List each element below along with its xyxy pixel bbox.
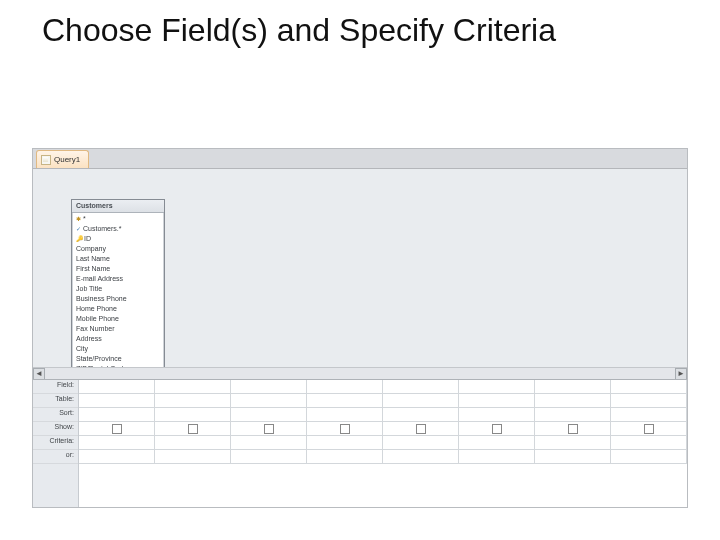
field-list-item[interactable]: City xyxy=(76,344,160,354)
field-list-item[interactable]: State/Province xyxy=(76,354,160,364)
field-list-item[interactable]: Company xyxy=(76,244,160,254)
field-list-item[interactable]: E-mail Address xyxy=(76,274,160,284)
field-list-item[interactable]: Business Phone xyxy=(76,294,160,304)
qbe-row-labels: Field:Table:Sort:Show:Criteria:or: xyxy=(33,380,79,507)
field-list-item[interactable]: ID xyxy=(76,234,160,244)
field-list-item[interactable]: Fax Number xyxy=(76,324,160,334)
field-list-item[interactable]: Job Title xyxy=(76,284,160,294)
qbe-cell[interactable] xyxy=(307,408,383,422)
qbe-cell[interactable] xyxy=(611,436,687,450)
qbe-cell[interactable] xyxy=(307,380,383,394)
field-list-item[interactable]: Customers.* xyxy=(76,224,160,234)
field-list-item[interactable]: Last Name xyxy=(76,254,160,264)
qbe-cell[interactable] xyxy=(383,422,459,436)
qbe-columns[interactable] xyxy=(79,380,687,507)
qbe-cell[interactable] xyxy=(535,408,611,422)
qbe-row-label: Sort: xyxy=(33,408,78,422)
qbe-cell[interactable] xyxy=(231,380,307,394)
qbe-cell[interactable] xyxy=(383,380,459,394)
qbe-cell[interactable] xyxy=(79,422,155,436)
horizontal-scroll-area: ◄ ► xyxy=(33,367,687,379)
qbe-cell[interactable] xyxy=(459,408,535,422)
query-icon xyxy=(41,155,51,165)
qbe-cell[interactable] xyxy=(611,408,687,422)
field-list-title: Customers xyxy=(72,200,164,213)
qbe-cell[interactable] xyxy=(79,408,155,422)
qbe-cell[interactable] xyxy=(459,436,535,450)
qbe-cell[interactable] xyxy=(79,450,155,464)
field-list-items: *Customers.*IDCompanyLast NameFirst Name… xyxy=(72,213,164,379)
query-tab[interactable]: Query1 xyxy=(36,150,89,168)
qbe-cell[interactable] xyxy=(155,408,231,422)
qbe-cell[interactable] xyxy=(611,380,687,394)
qbe-cell[interactable] xyxy=(307,436,383,450)
qbe-cell[interactable] xyxy=(535,394,611,408)
design-surface[interactable]: Customers *Customers.*IDCompanyLast Name… xyxy=(33,169,687,379)
qbe-cell[interactable] xyxy=(231,422,307,436)
qbe-cell[interactable] xyxy=(231,408,307,422)
qbe-cell[interactable] xyxy=(459,422,535,436)
access-query-designer: Query1 Customers *Customers.*IDCompanyLa… xyxy=(32,148,688,508)
field-list-item[interactable]: First Name xyxy=(76,264,160,274)
qbe-cell[interactable] xyxy=(611,394,687,408)
qbe-cell[interactable] xyxy=(459,380,535,394)
qbe-cell[interactable] xyxy=(79,380,155,394)
qbe-cell[interactable] xyxy=(307,450,383,464)
qbe-cell[interactable] xyxy=(383,450,459,464)
qbe-row-label: Show: xyxy=(33,422,78,436)
qbe-cell[interactable] xyxy=(155,450,231,464)
qbe-row-label: or: xyxy=(33,450,78,464)
field-list-item[interactable]: Home Phone xyxy=(76,304,160,314)
qbe-cell[interactable] xyxy=(383,394,459,408)
scroll-left-icon[interactable]: ◄ xyxy=(33,368,45,380)
qbe-row-label: Criteria: xyxy=(33,436,78,450)
qbe-cell[interactable] xyxy=(307,422,383,436)
qbe-cell[interactable] xyxy=(535,422,611,436)
qbe-cell[interactable] xyxy=(307,394,383,408)
qbe-cell[interactable] xyxy=(459,394,535,408)
qbe-cell[interactable] xyxy=(535,436,611,450)
qbe-cell[interactable] xyxy=(79,394,155,408)
qbe-cell[interactable] xyxy=(155,422,231,436)
qbe-cell[interactable] xyxy=(231,394,307,408)
slide-title: Choose Field(s) and Specify Criteria xyxy=(0,0,720,53)
field-list-customers[interactable]: Customers *Customers.*IDCompanyLast Name… xyxy=(71,199,165,379)
field-list-item[interactable]: Mobile Phone xyxy=(76,314,160,324)
field-list-item[interactable]: Address xyxy=(76,334,160,344)
qbe-cell[interactable] xyxy=(231,450,307,464)
query-tab-label: Query1 xyxy=(54,155,80,164)
tab-strip: Query1 xyxy=(33,149,687,169)
qbe-cell[interactable] xyxy=(155,380,231,394)
qbe-grid[interactable]: Field:Table:Sort:Show:Criteria:or: xyxy=(33,379,687,507)
qbe-row-label: Field: xyxy=(33,380,78,394)
field-list-item[interactable]: * xyxy=(76,214,160,224)
qbe-cell[interactable] xyxy=(79,436,155,450)
scroll-right-icon[interactable]: ► xyxy=(675,368,687,380)
qbe-row-label: Table: xyxy=(33,394,78,408)
qbe-cell[interactable] xyxy=(155,436,231,450)
qbe-cell[interactable] xyxy=(611,422,687,436)
qbe-cell[interactable] xyxy=(231,436,307,450)
qbe-cell[interactable] xyxy=(383,436,459,450)
qbe-cell[interactable] xyxy=(459,450,535,464)
qbe-cell[interactable] xyxy=(535,450,611,464)
qbe-cell[interactable] xyxy=(535,380,611,394)
qbe-cell[interactable] xyxy=(611,450,687,464)
qbe-cell[interactable] xyxy=(155,394,231,408)
qbe-cell[interactable] xyxy=(383,408,459,422)
